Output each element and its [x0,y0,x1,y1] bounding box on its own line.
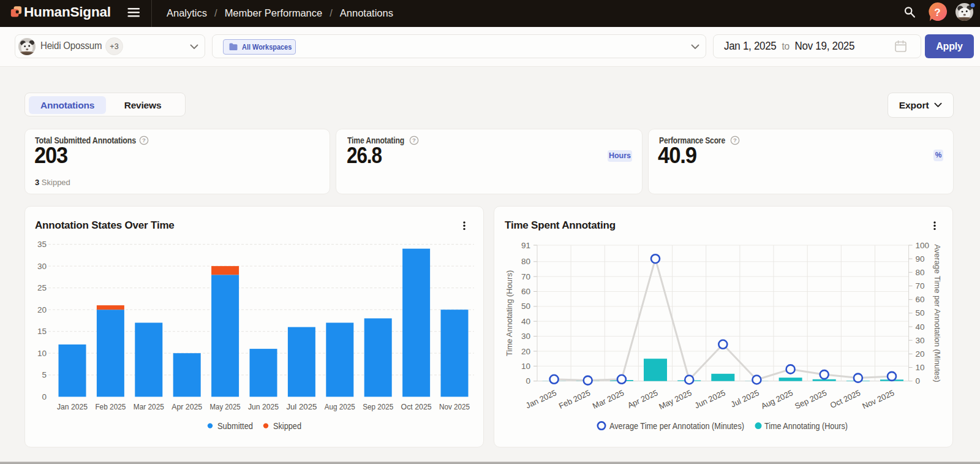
svg-text:Jul 2025: Jul 2025 [729,388,761,409]
svg-text:Sep 2025: Sep 2025 [363,403,393,411]
svg-text:Sep 2025: Sep 2025 [793,388,828,411]
svg-text:?: ? [412,137,416,143]
svg-text:20: 20 [521,347,530,356]
svg-text:?: ? [934,7,940,18]
svg-text:30: 30 [521,332,530,341]
svg-text:80: 80 [521,257,530,266]
svg-text:90: 90 [916,254,925,264]
svg-text:Time Annotating (Hours): Time Annotating (Hours) [764,421,848,431]
svg-text:60: 60 [521,287,530,296]
svg-text:Aug 2025: Aug 2025 [325,403,355,411]
svg-text:Oct 2025: Oct 2025 [401,403,432,411]
svg-text:May 2025: May 2025 [657,388,693,411]
svg-text:Jun 2025: Jun 2025 [693,388,727,410]
svg-text:Skipped: Skipped [273,421,301,431]
svg-text:50: 50 [521,302,530,311]
svg-text:30: 30 [916,336,925,345]
svg-text:5: 5 [42,370,47,379]
svg-text:Average Time per Annotation (M: Average Time per Annotation (Minutes) [609,421,744,431]
svg-text:Nov 2025: Nov 2025 [861,388,895,411]
svg-text:Mar 2025: Mar 2025 [591,388,625,411]
svg-text:10: 10 [916,363,925,372]
svg-text:0: 0 [526,376,530,386]
svg-text:Jul 2025: Jul 2025 [286,403,317,411]
svg-text:80: 80 [916,268,925,277]
svg-text:40: 40 [521,317,530,326]
svg-text:?: ? [142,137,146,143]
svg-text:91: 91 [521,241,530,250]
svg-text:Nov 2025: Nov 2025 [439,403,470,411]
svg-text:70: 70 [916,281,925,291]
svg-text:30: 30 [37,262,47,271]
svg-text:Aug 2025: Aug 2025 [760,388,794,411]
svg-text:Time Annotating (Hours): Time Annotating (Hours) [505,270,514,356]
svg-text:Jan 2025: Jan 2025 [524,388,558,410]
svg-text:Average Time per Annotation (M: Average Time per Annotation (Minutes) [933,244,942,382]
svg-text:Jun 2025: Jun 2025 [248,403,279,411]
svg-text:Jan 2025: Jan 2025 [57,403,88,411]
svg-text:Mar 2025: Mar 2025 [134,403,164,411]
svg-text:15: 15 [37,327,47,336]
svg-text:May 2025: May 2025 [210,403,241,411]
svg-text:Feb 2025: Feb 2025 [557,388,592,411]
svg-text:20: 20 [37,305,47,314]
svg-text:35: 35 [37,240,47,249]
svg-text:0: 0 [916,376,921,386]
svg-text:Apr 2025: Apr 2025 [626,388,659,410]
svg-text:70: 70 [521,272,530,281]
svg-text:25: 25 [37,283,47,292]
svg-text:50: 50 [916,308,925,318]
svg-text:?: ? [733,137,737,143]
svg-text:40: 40 [916,322,925,332]
svg-text:60: 60 [916,295,925,304]
svg-text:20: 20 [916,349,925,359]
svg-text:100: 100 [916,241,930,250]
svg-text:10: 10 [37,349,47,358]
svg-text:Feb 2025: Feb 2025 [95,403,126,411]
svg-text:0: 0 [42,392,47,401]
svg-text:Apr 2025: Apr 2025 [172,403,202,411]
svg-text:Submitted: Submitted [217,421,253,431]
svg-text:Oct 2025: Oct 2025 [829,388,862,410]
svg-text:10: 10 [521,362,530,371]
